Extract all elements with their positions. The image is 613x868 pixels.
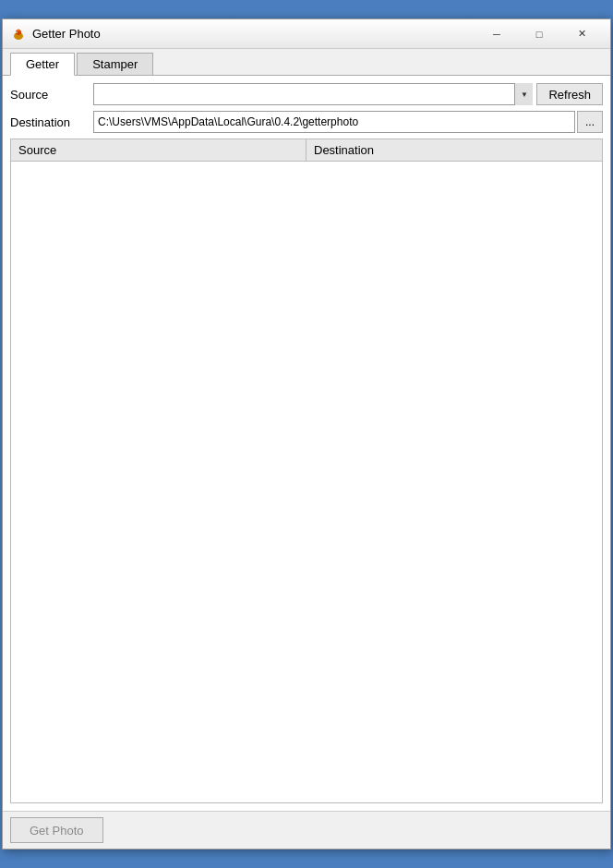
destination-label: Destination [10, 115, 93, 129]
tab-stamper[interactable]: Stamper [77, 53, 153, 75]
source-label: Source [10, 88, 93, 102]
window-content: Source ▼ Refresh Destination ... [3, 76, 610, 811]
source-row: Source ▼ Refresh [10, 83, 603, 105]
window-controls: ─ □ ✕ [475, 19, 603, 49]
get-photo-button[interactable]: Get Photo [10, 817, 103, 843]
destination-input[interactable] [93, 111, 575, 133]
file-table: Source Destination [10, 139, 603, 803]
source-dropdown-wrapper: ▼ [93, 83, 533, 105]
browse-button[interactable]: ... [577, 111, 603, 133]
destination-row: Destination ... [10, 111, 603, 133]
main-window: Getter Photo ─ □ ✕ Getter Stamper Source… [2, 18, 611, 850]
table-body [11, 162, 602, 802]
window-title: Getter Photo [32, 27, 475, 41]
app-icon [10, 26, 27, 42]
minimize-button[interactable]: ─ [475, 19, 518, 49]
destination-input-wrapper: ... [93, 111, 603, 133]
tab-bar: Getter Stamper [3, 49, 610, 76]
source-select[interactable] [93, 83, 533, 105]
table-header-destination: Destination [306, 139, 602, 161]
svg-point-3 [16, 31, 18, 33]
tab-getter[interactable]: Getter [10, 53, 75, 76]
footer: Get Photo [3, 811, 610, 849]
title-bar: Getter Photo ─ □ ✕ [3, 19, 610, 49]
table-header: Source Destination [11, 139, 602, 162]
refresh-button[interactable]: Refresh [536, 83, 603, 105]
close-button[interactable]: ✕ [560, 19, 603, 49]
source-select-wrapper: ▼ Refresh [93, 83, 603, 105]
maximize-button[interactable]: □ [518, 19, 560, 49]
table-header-source: Source [11, 139, 306, 161]
